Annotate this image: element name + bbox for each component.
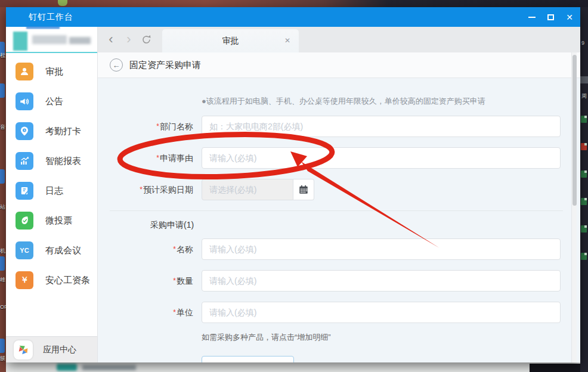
item-name-label: *名称 bbox=[98, 238, 193, 260]
sidebar-item-label: 审批 bbox=[45, 66, 63, 78]
desktop-window-fragment bbox=[580, 76, 588, 83]
back-arrow-icon: ← bbox=[113, 61, 120, 70]
desktop-icon-fragment bbox=[0, 169, 5, 184]
desktop-icon-label: OF bbox=[0, 304, 6, 310]
sidebar-item-label: 微投票 bbox=[45, 215, 72, 227]
calendar-picker-button[interactable] bbox=[293, 179, 314, 200]
form-description: ●该流程用于如电脑、手机、办公桌等使用年限较久，单价较高的固定资产购买申请 bbox=[202, 96, 485, 107]
sidebar-item-label: 安心工资条 bbox=[45, 275, 90, 286]
purchase-date-label: *预计采购日期 bbox=[98, 179, 193, 200]
pinwheel-icon bbox=[14, 340, 33, 359]
add-detail-hint: 如需采购多种产品，请点击“增加明细” bbox=[202, 332, 331, 343]
user-profile-redacted[interactable] bbox=[12, 32, 93, 51]
excel-file-icon bbox=[581, 253, 587, 260]
redaction-artifact bbox=[26, 27, 60, 29]
back-button[interactable]: ← bbox=[110, 58, 123, 72]
department-label: *部门名称 bbox=[98, 116, 193, 137]
quantity-input[interactable] bbox=[202, 270, 561, 292]
app-file-icon bbox=[581, 143, 587, 150]
sidebar-item-attendance[interactable]: 考勤打卡 bbox=[6, 116, 97, 146]
desktop-icon-label: 簇 bbox=[0, 355, 5, 361]
scrollbar-thumb[interactable] bbox=[572, 55, 577, 206]
tab-bar: ‹ › 审批 ✕ bbox=[98, 27, 580, 52]
main-panel: ‹ › 审批 ✕ ← 固定资产采购申请 ●该流程用于如电脑、手机、办公桌等使用年… bbox=[98, 27, 580, 362]
tab-approval[interactable]: 审批 ✕ bbox=[162, 29, 299, 52]
tab-close-icon[interactable]: ✕ bbox=[284, 36, 290, 45]
dingtalk-workbench-window: 钉钉工作台 ✕ 审批 bbox=[6, 7, 580, 362]
window-title: 钉钉工作台 bbox=[29, 12, 73, 23]
sidebar-item-announcement[interactable]: 公告 bbox=[6, 86, 97, 116]
quantity-label: *数量 bbox=[98, 270, 193, 292]
sidebar-item-label: 公告 bbox=[45, 96, 63, 107]
desktop-window-fragment bbox=[530, 364, 580, 372]
nav-forward-icon[interactable]: › bbox=[122, 32, 136, 47]
desktop-background-left: 桎 音 站 机 雄 OF 簇 bbox=[0, 7, 6, 372]
desktop-icon-label: 桎 bbox=[0, 52, 5, 58]
sidebar-item-label: 有成会议 bbox=[45, 245, 81, 256]
sidebar-item-vote[interactable]: 微投票 bbox=[6, 206, 97, 235]
sidebar-item-payroll[interactable]: ￥ 安心工资条 bbox=[6, 265, 97, 295]
sidebar-item-label: 考勤打卡 bbox=[45, 126, 81, 137]
journal-notebook-icon bbox=[16, 182, 33, 200]
app-center-button[interactable]: 应用中心 bbox=[6, 336, 97, 362]
location-pin-icon bbox=[16, 122, 33, 140]
sidebar-item-smart-report[interactable]: 智能报表 bbox=[6, 146, 97, 176]
sidebar-item-label: 智能报表 bbox=[45, 156, 81, 167]
unit-input[interactable] bbox=[202, 302, 561, 323]
tab-label: 审批 bbox=[222, 36, 239, 46]
desktop-icon-label: 机 bbox=[0, 248, 5, 254]
add-detail-button-clipped[interactable] bbox=[202, 356, 294, 362]
app-center-label: 应用中心 bbox=[43, 345, 76, 355]
unit-label: *单位 bbox=[98, 302, 193, 323]
redacted-status bbox=[69, 37, 91, 44]
excel-file-icon bbox=[581, 170, 587, 178]
desktop-icon-label: 周 bbox=[581, 93, 587, 99]
taskbar-text-blurred bbox=[82, 365, 136, 370]
avatar bbox=[13, 32, 27, 51]
page-header: ← 固定资产采购申请 bbox=[98, 52, 580, 78]
excel-file-icon bbox=[581, 116, 587, 123]
excel-file-icon bbox=[581, 198, 587, 205]
purchase-section-title: 采购申请(1) bbox=[150, 220, 194, 231]
purchase-request-form: ●该流程用于如电脑、手机、办公桌等使用年限较久，单价较高的固定资产购买申请 *部… bbox=[98, 78, 580, 362]
payroll-icon: ￥ bbox=[16, 271, 33, 289]
maximize-icon[interactable] bbox=[547, 14, 554, 20]
redacted-username bbox=[32, 35, 67, 44]
redaction-artifact-line bbox=[6, 52, 97, 53]
sidebar-item-journal[interactable]: 日志 bbox=[6, 176, 97, 206]
excel-file-icon bbox=[581, 225, 587, 232]
desktop-icon-label: 音 bbox=[0, 124, 5, 130]
desktop-icon-fragment bbox=[58, 0, 67, 6]
desktop-background-bottom bbox=[6, 362, 580, 372]
desktop-icon-label: 站 bbox=[0, 204, 5, 210]
sidebar-item-approval[interactable]: 审批 bbox=[6, 57, 97, 86]
refresh-icon[interactable] bbox=[141, 34, 152, 48]
vertical-scrollbar[interactable] bbox=[571, 52, 577, 362]
desktop-icon-label: 9 bbox=[581, 40, 584, 46]
desktop-background-right: 9 周 bbox=[580, 7, 588, 372]
section-divider bbox=[110, 210, 563, 211]
app-sidebar: 审批 公告 考勤打卡 bbox=[6, 27, 98, 362]
desktop-icon-fragment bbox=[0, 256, 5, 271]
calendar-icon bbox=[298, 184, 309, 195]
bar-chart-icon bbox=[16, 152, 33, 170]
desktop-icon-fragment bbox=[0, 83, 5, 98]
desktop-background-top bbox=[0, 0, 588, 7]
reason-input[interactable] bbox=[202, 147, 561, 169]
nav-back-icon[interactable]: ‹ bbox=[104, 32, 118, 47]
megaphone-icon bbox=[16, 92, 33, 110]
approval-person-icon bbox=[16, 63, 33, 80]
item-name-input[interactable] bbox=[202, 238, 561, 260]
vote-check-icon bbox=[16, 212, 33, 230]
desktop-icon-label: 雄 bbox=[0, 277, 5, 283]
sidebar-item-label: 日志 bbox=[45, 185, 63, 197]
yc-meeting-icon: YC bbox=[16, 241, 33, 259]
page-title: 固定资产采购申请 bbox=[129, 60, 201, 71]
close-icon[interactable]: ✕ bbox=[566, 13, 573, 21]
minimize-icon[interactable] bbox=[528, 17, 536, 18]
department-input[interactable] bbox=[202, 116, 561, 137]
desktop-icon-fragment bbox=[0, 339, 5, 353]
purchase-date-input[interactable] bbox=[202, 179, 293, 200]
sidebar-item-yc-meeting[interactable]: YC 有成会议 bbox=[6, 235, 97, 265]
window-titlebar[interactable]: 钉钉工作台 ✕ bbox=[6, 7, 580, 27]
